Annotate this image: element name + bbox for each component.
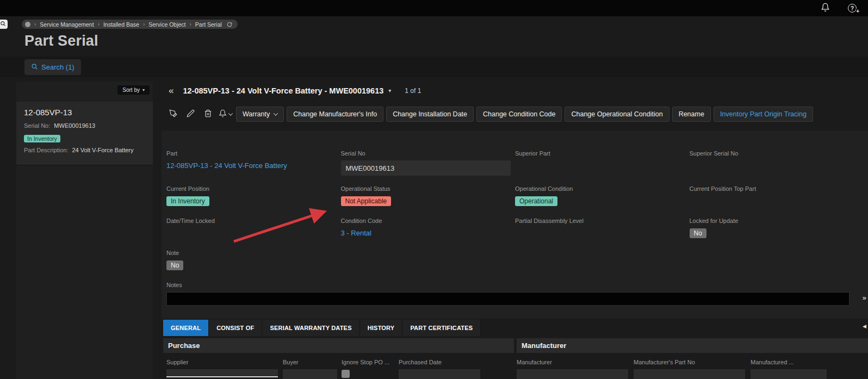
field-current-position: Current Position In Inventory bbox=[166, 185, 341, 208]
note-label: Note bbox=[166, 250, 341, 256]
search-icon bbox=[31, 63, 38, 72]
bell-icon bbox=[821, 3, 830, 14]
supplier-label: Supplier bbox=[166, 359, 188, 365]
docked-search-button[interactable] bbox=[0, 20, 8, 29]
ignore-stop-po-label: Ignore Stop PO ... bbox=[342, 359, 389, 365]
serial-no-label: Serial No bbox=[341, 150, 516, 157]
topbar-actions: ? + bbox=[819, 2, 858, 14]
field-superior-part: Superior Part bbox=[515, 150, 690, 176]
manufacturer-section-title: Manufacturer bbox=[522, 341, 566, 350]
notes-expand-icon[interactable]: » bbox=[863, 294, 866, 302]
manufacturer-label: Manufacturer bbox=[517, 359, 552, 365]
serial-no-input[interactable] bbox=[341, 160, 511, 176]
page-title: Part Serial bbox=[24, 33, 98, 49]
collapse-list-icon[interactable]: « bbox=[169, 86, 173, 95]
manufacturers-part-no-input[interactable] bbox=[634, 369, 745, 379]
change-condition-code-button[interactable]: Change Condition Code bbox=[476, 107, 562, 122]
breadcrumb-item-service-management[interactable]: Service Management bbox=[40, 21, 94, 28]
bell-icon bbox=[219, 109, 227, 119]
record-list-panel: Sort by ▾ 12-085VP-13 Serial No: MWE0001… bbox=[16, 82, 153, 379]
current-position-badge: In Inventory bbox=[166, 196, 209, 206]
breadcrumb-separator: › bbox=[34, 21, 36, 27]
rename-button[interactable]: Rename bbox=[672, 107, 711, 122]
field-current-position-top-part: Current Position Top Part bbox=[690, 185, 864, 208]
purchase-section-title: Purchase bbox=[168, 341, 200, 350]
inventory-part-origin-tracing-button[interactable]: Inventory Part Origin Tracing bbox=[714, 107, 813, 122]
purchased-date-input[interactable] bbox=[399, 369, 480, 379]
manufacturer-section-header: Manufacturer bbox=[517, 338, 868, 353]
record-card-description: Part Description: 24 Volt V-Force Batter… bbox=[24, 147, 145, 153]
chevron-down-icon bbox=[228, 111, 232, 115]
tab-part-certificates[interactable]: PART CERTIFICATES bbox=[402, 320, 481, 336]
notes-input[interactable] bbox=[166, 292, 850, 306]
pencil-icon bbox=[187, 109, 195, 119]
record-form: Part 12-085VP-13 - 24 Volt V-Force Batte… bbox=[166, 150, 864, 306]
locked-for-update-label: Locked for Update bbox=[690, 218, 864, 224]
tab-history[interactable]: HISTORY bbox=[360, 320, 403, 336]
notifications-setup-button[interactable] bbox=[217, 107, 233, 122]
record-header: « 12-085VP-13 - 24 Volt V-Force Battery … bbox=[169, 86, 421, 95]
record-card-title: 12-085VP-13 bbox=[24, 108, 145, 117]
change-manufacturers-info-button[interactable]: Change Manufacturer's Info bbox=[287, 107, 383, 122]
tab-general[interactable]: GENERAL bbox=[163, 320, 209, 336]
help-button[interactable]: ? + bbox=[846, 2, 858, 14]
field-part: Part 12-085VP-13 - 24 Volt V-Force Batte… bbox=[166, 150, 341, 176]
breadcrumb-item-installed-base[interactable]: Installed Base bbox=[103, 21, 139, 28]
notifications-button[interactable] bbox=[819, 2, 831, 14]
part-description-value: 24 Volt V-Force Battery bbox=[72, 147, 133, 153]
field-locked-for-update: Locked for Update No bbox=[690, 218, 864, 240]
ignore-stop-po-checkbox[interactable] bbox=[342, 370, 350, 378]
manufacturer-input[interactable] bbox=[517, 369, 628, 379]
field-notes: Notes bbox=[166, 282, 864, 306]
warranty-button-label: Warranty bbox=[243, 110, 270, 118]
change-installation-date-button[interactable]: Change Installation Date bbox=[386, 107, 474, 122]
edit-button[interactable] bbox=[182, 107, 199, 122]
buyer-input[interactable] bbox=[283, 369, 337, 379]
serial-no-label: Serial No: bbox=[24, 122, 50, 129]
help-icon: ? + bbox=[848, 4, 857, 13]
warranty-button[interactable]: Warranty bbox=[236, 107, 284, 122]
pen-icon bbox=[169, 109, 177, 119]
field-date-time-locked: Date/Time Locked bbox=[166, 218, 341, 240]
sort-by-button[interactable]: Sort by ▾ bbox=[117, 85, 150, 95]
sort-by-label: Sort by bbox=[122, 87, 140, 93]
search-button[interactable]: Search (1) bbox=[24, 59, 81, 75]
part-link[interactable]: 12-085VP-13 - 24 Volt V-Force Battery bbox=[166, 161, 287, 170]
breadcrumb-item-part-serial[interactable]: Part Serial bbox=[195, 21, 222, 28]
condition-code-link[interactable]: 3 - Rental bbox=[341, 229, 371, 237]
part-label: Part bbox=[166, 150, 341, 157]
supplier-input[interactable] bbox=[166, 369, 278, 377]
tab-scroll-left-icon[interactable]: ◀ bbox=[863, 324, 866, 329]
record-list-item[interactable]: 12-085VP-13 Serial No: MWE00019613 In In… bbox=[16, 102, 153, 165]
current-position-label: Current Position bbox=[166, 185, 341, 192]
field-condition-code: Condition Code 3 - Rental bbox=[341, 218, 516, 240]
tab-consist-of[interactable]: CONSIST OF bbox=[209, 320, 262, 336]
tab-serial-warranty-dates[interactable]: SERIAL WARRANTY DATES bbox=[262, 320, 359, 336]
search-strip: Search (1) bbox=[0, 57, 868, 77]
field-serial-no: Serial No bbox=[341, 150, 516, 176]
breadcrumb-separator: › bbox=[143, 21, 145, 27]
superior-part-label: Superior Part bbox=[515, 150, 690, 157]
spacer bbox=[341, 250, 864, 272]
search-icon bbox=[0, 20, 6, 28]
pen-button[interactable] bbox=[165, 107, 181, 122]
breadcrumb-item-service-object[interactable]: Service Object bbox=[148, 21, 185, 28]
record-selector-chevron-icon[interactable]: ▾ bbox=[388, 88, 391, 94]
trash-icon bbox=[204, 109, 212, 119]
superior-serial-no-label: Superior Serial No bbox=[690, 150, 864, 157]
condition-code-label: Condition Code bbox=[341, 218, 516, 224]
manufactured-input[interactable] bbox=[751, 369, 827, 379]
field-operational-condition: Operational Condition Operational bbox=[515, 185, 690, 208]
change-operational-condition-button[interactable]: Change Operational Condition bbox=[565, 107, 669, 122]
purchased-date-label: Purchased Date bbox=[399, 359, 442, 365]
delete-button[interactable] bbox=[200, 107, 216, 122]
refresh-icon[interactable] bbox=[227, 22, 232, 27]
date-time-locked-label: Date/Time Locked bbox=[166, 218, 341, 224]
record-pagination: 1 of 1 bbox=[405, 87, 421, 95]
purchase-section-header: Purchase bbox=[163, 338, 514, 353]
part-description-label: Part Description: bbox=[24, 147, 68, 153]
current-position-top-part-label: Current Position Top Part bbox=[690, 185, 864, 192]
topbar: ? + bbox=[0, 0, 868, 16]
home-icon[interactable] bbox=[25, 22, 30, 27]
operational-condition-label: Operational Condition bbox=[515, 185, 690, 192]
